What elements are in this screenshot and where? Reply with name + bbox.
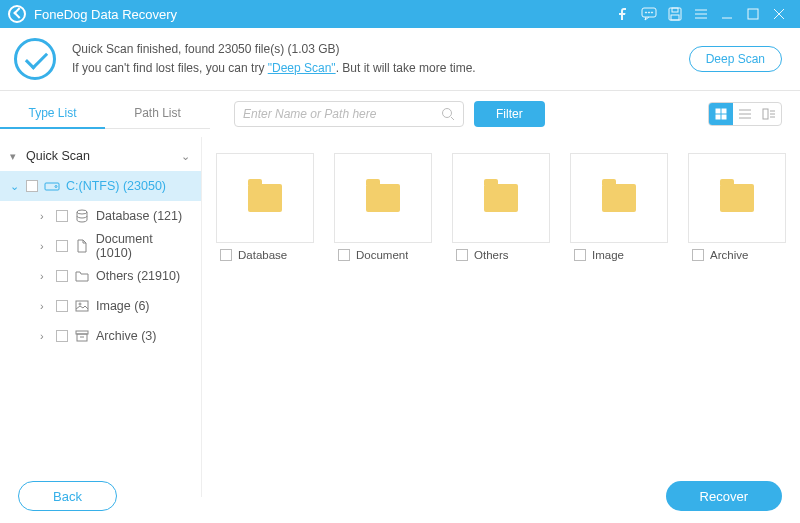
folder-icon — [366, 184, 400, 212]
svg-point-2 — [648, 12, 649, 13]
scan-status-text: Quick Scan finished, found 23050 file(s)… — [72, 40, 689, 78]
filter-button[interactable]: Filter — [474, 101, 545, 127]
archive-icon — [74, 329, 90, 343]
chevron-down-icon: ⌄ — [10, 180, 20, 193]
folder-archive[interactable]: Archive — [688, 153, 786, 261]
tree-item-others[interactable]: › Others (21910) — [0, 261, 201, 291]
deep-scan-link[interactable]: "Deep Scan" — [268, 61, 336, 75]
search-icon — [441, 107, 455, 121]
folder-database[interactable]: Database — [216, 153, 314, 261]
search-input[interactable] — [243, 107, 441, 121]
svg-rect-17 — [722, 109, 726, 113]
main-area: ▾ Quick Scan ⌄ ⌄ C:(NTFS) (23050) › Data… — [0, 137, 800, 497]
search-box[interactable] — [234, 101, 464, 127]
checkbox[interactable] — [574, 249, 586, 261]
tree-root[interactable]: ▾ Quick Scan ⌄ — [0, 141, 201, 171]
folder-icon — [720, 184, 754, 212]
footer: Back Recover — [0, 469, 800, 523]
image-icon — [74, 299, 90, 313]
svg-point-3 — [651, 12, 652, 13]
folder-image[interactable]: Image — [570, 153, 668, 261]
svg-point-31 — [79, 303, 81, 305]
folder-icon — [602, 184, 636, 212]
chevron-right-icon: › — [40, 270, 50, 282]
checkbox[interactable] — [456, 249, 468, 261]
tab-path-list[interactable]: Path List — [105, 99, 210, 128]
tree-drive[interactable]: ⌄ C:(NTFS) (23050) — [0, 171, 201, 201]
svg-rect-30 — [76, 301, 88, 311]
checkbox[interactable] — [338, 249, 350, 261]
toolbar: Type List Path List Filter — [0, 91, 800, 137]
checkbox[interactable] — [692, 249, 704, 261]
view-list-icon[interactable] — [733, 103, 757, 125]
svg-rect-19 — [722, 115, 726, 119]
svg-rect-23 — [763, 109, 768, 119]
maximize-icon[interactable] — [740, 3, 766, 25]
folder-document[interactable]: Document — [334, 153, 432, 261]
scan-status-bar: Quick Scan finished, found 23050 file(s)… — [0, 28, 800, 91]
svg-rect-16 — [716, 109, 720, 113]
minimize-icon[interactable] — [714, 3, 740, 25]
chevron-right-icon: › — [40, 300, 50, 312]
tab-type-list[interactable]: Type List — [0, 99, 105, 129]
menu-icon[interactable] — [688, 3, 714, 25]
database-icon — [74, 209, 90, 223]
svg-point-14 — [443, 109, 452, 118]
tree-item-database[interactable]: › Database (121) — [0, 201, 201, 231]
svg-rect-18 — [716, 115, 720, 119]
caret-down-icon: ▾ — [10, 150, 20, 163]
svg-point-28 — [55, 186, 57, 188]
view-detail-icon[interactable] — [757, 103, 781, 125]
deep-scan-button[interactable]: Deep Scan — [689, 46, 782, 72]
svg-rect-6 — [671, 15, 679, 20]
app-logo-icon — [8, 5, 26, 23]
save-icon[interactable] — [662, 3, 688, 25]
tree-panel: ▾ Quick Scan ⌄ ⌄ C:(NTFS) (23050) › Data… — [0, 137, 202, 497]
view-grid-icon[interactable] — [709, 103, 733, 125]
checkmark-icon — [14, 38, 56, 80]
sidebar-tabs: Type List Path List — [0, 99, 210, 129]
close-icon[interactable] — [766, 3, 792, 25]
checkbox[interactable] — [56, 330, 68, 342]
chevron-right-icon: › — [40, 240, 50, 252]
tree-item-image[interactable]: › Image (6) — [0, 291, 201, 321]
tree-item-archive[interactable]: › Archive (3) — [0, 321, 201, 351]
title-bar: FoneDog Data Recovery — [0, 0, 800, 28]
chevron-down-icon: ⌄ — [181, 150, 191, 163]
folder-grid: Database Document Others Image Archive — [202, 137, 800, 497]
drive-icon — [44, 179, 60, 193]
chevron-right-icon: › — [40, 330, 50, 342]
svg-rect-5 — [672, 8, 678, 12]
checkbox[interactable] — [56, 210, 68, 222]
tree-item-document[interactable]: › Document (1010) — [0, 231, 201, 261]
checkbox[interactable] — [26, 180, 38, 192]
folder-icon — [248, 184, 282, 212]
checkbox[interactable] — [56, 270, 68, 282]
checkbox[interactable] — [56, 240, 68, 252]
checkbox[interactable] — [56, 300, 68, 312]
svg-point-1 — [645, 12, 646, 13]
back-button[interactable]: Back — [18, 481, 117, 511]
app-title: FoneDog Data Recovery — [34, 7, 177, 22]
svg-rect-11 — [748, 9, 758, 19]
view-switch — [708, 102, 782, 126]
document-icon — [74, 239, 90, 253]
svg-line-15 — [451, 117, 454, 120]
folder-icon — [74, 269, 90, 283]
checkbox[interactable] — [220, 249, 232, 261]
recover-button[interactable]: Recover — [666, 481, 782, 511]
chevron-right-icon: › — [40, 210, 50, 222]
folder-others[interactable]: Others — [452, 153, 550, 261]
folder-icon — [484, 184, 518, 212]
svg-point-29 — [77, 210, 87, 214]
facebook-icon[interactable] — [610, 3, 636, 25]
feedback-icon[interactable] — [636, 3, 662, 25]
